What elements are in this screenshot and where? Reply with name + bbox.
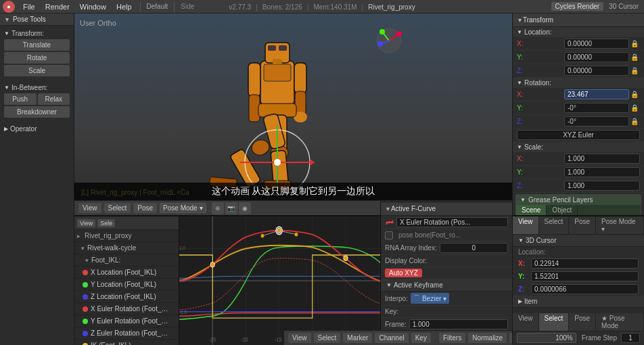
channel-item-3[interactable]: X Euler Rotation (Foot_IK...: [74, 303, 179, 315]
curve-key-btn[interactable]: Key: [411, 333, 431, 343]
fcurve-curve-label[interactable]: X Euler Rotation (Pos...: [396, 217, 508, 227]
normalize-btn[interactable]: Normalize: [468, 333, 507, 343]
channel-item-0[interactable]: X Location (Foot_IKL): [74, 267, 179, 279]
in-between-label: In-Between:: [12, 84, 47, 91]
channel-item-1[interactable]: Y Location (Foot_IKL): [74, 279, 179, 291]
rot-y-value[interactable]: -0°: [564, 103, 629, 113]
curve-walk-cycle[interactable]: ▾ Rivet-walk-cycle: [74, 242, 179, 254]
expand-arrow[interactable]: ▼: [517, 17, 523, 24]
gp-scene-tab[interactable]: Scene: [516, 205, 547, 215]
pose-mode-dropdown[interactable]: Pose Mode ▾: [160, 203, 206, 213]
item-section-header[interactable]: ▶ Item: [513, 296, 644, 308]
frame-value[interactable]: 1.000: [409, 319, 508, 329]
menu-file[interactable]: File: [18, 1, 40, 12]
relax-btn[interactable]: Relax: [38, 93, 70, 105]
rotation-section[interactable]: ▼ Rotation:: [513, 78, 644, 88]
channel-item-4[interactable]: Y Euler Rotation (Foot_IK...: [74, 315, 179, 327]
pose-mode-text: Pose Mode: [601, 218, 636, 225]
viewport-pose-btn[interactable]: Pose: [133, 203, 157, 213]
curve-marker-btn[interactable]: Marker: [343, 333, 372, 343]
menu-window[interactable]: Window: [75, 1, 111, 12]
cursor-y-value[interactable]: 1.52201: [531, 271, 639, 281]
rotate-btn[interactable]: Rotate: [4, 52, 70, 64]
fcurve-expand[interactable]: ▼: [385, 206, 391, 212]
lock-rz-icon[interactable]: 🔒: [629, 118, 640, 125]
lock-x-icon[interactable]: 🔒: [629, 40, 640, 47]
scale-y-value[interactable]: 1.000: [564, 167, 640, 177]
rot-mode-dropdown[interactable]: XYZ Euler: [517, 130, 640, 140]
render-select-tab[interactable]: Select: [539, 313, 570, 331]
lock-y-icon[interactable]: 🔒: [629, 53, 640, 61]
render-view-tab[interactable]: View: [513, 313, 539, 331]
cursor-z-value[interactable]: 0.0000066: [531, 284, 639, 294]
viewport-view-btn[interactable]: View: [78, 203, 101, 213]
channel-item-5[interactable]: Z Euler Rotation (Foot_IK...: [74, 327, 179, 340]
transform-header[interactable]: ▼ Transform:: [4, 28, 70, 39]
cursor-3d-section[interactable]: ▼ 3D Cursor: [513, 235, 644, 247]
location-section[interactable]: ▼ Location:: [513, 27, 644, 37]
menu-help[interactable]: Help: [112, 1, 137, 12]
auto-btn[interactable]: Auto: [509, 333, 512, 343]
curve-channel-btn[interactable]: Channel: [375, 333, 408, 343]
gp-title: Grease Pencil Layers: [528, 196, 593, 204]
select-tab[interactable]: Select: [539, 216, 570, 234]
viewport-select-btn[interactable]: Select: [104, 203, 131, 213]
bezier-dropdown[interactable]: ⌒ Bezier ▾: [411, 293, 449, 304]
curve-select-btn[interactable]: Select: [314, 333, 341, 343]
cursor-x-value[interactable]: 0.22914: [531, 258, 639, 269]
layout-label[interactable]: Default: [144, 3, 171, 10]
filters-btn[interactable]: Filters: [439, 333, 465, 343]
frame-step-value[interactable]: 1: [621, 333, 640, 343]
fcurve-checkbox[interactable]: [385, 231, 393, 239]
scale-z-value[interactable]: 1.000: [564, 181, 640, 191]
curve-object-entry[interactable]: ▸ Rivet_rig_proxy: [74, 230, 179, 242]
menu-render[interactable]: Render: [41, 1, 74, 12]
translate-btn[interactable]: Translate: [4, 39, 70, 51]
curve-view-btn[interactable]: View: [77, 219, 95, 227]
transform-icon[interactable]: ⊕: [212, 202, 224, 214]
svg-text:-25: -25: [209, 337, 216, 344]
cursor-expand-icon: ▼: [518, 237, 524, 244]
loc-x-value[interactable]: 0.00000: [564, 39, 629, 49]
curve-view-bottom-btn[interactable]: View: [288, 333, 311, 343]
view-tab[interactable]: View: [513, 216, 539, 234]
pose-mode-tab[interactable]: Pose Mode ▾: [596, 216, 644, 234]
lock-rx-icon[interactable]: 🔒: [629, 91, 640, 98]
operator-header[interactable]: ▶ Operator: [4, 124, 70, 134]
active-keyframe-title[interactable]: ▼ Active Keyframe: [381, 279, 512, 292]
auto-xyz-badge[interactable]: Auto XYZ: [385, 269, 422, 277]
rot-z-value[interactable]: -0°: [564, 116, 629, 127]
rot-x-value[interactable]: 23.467: [564, 89, 629, 99]
collapse-arrow[interactable]: ▼: [4, 16, 10, 23]
separator-text3: |: [362, 3, 364, 11]
scale-section[interactable]: ▼ Scale:: [513, 142, 644, 152]
foot-ikl-entry[interactable]: ▾ Foot_IKL:: [74, 254, 179, 267]
curve-sel-btn[interactable]: Sele: [97, 219, 115, 227]
lock-ry-icon[interactable]: 🔒: [629, 104, 640, 112]
loc-y-value[interactable]: 0.00000: [564, 52, 629, 62]
gp-object-tab[interactable]: Object: [547, 205, 578, 215]
channel-item-6[interactable]: IK (Foot_IKL): [74, 340, 179, 345]
rot-y-row: Y: -0° 🔒: [513, 101, 644, 115]
scale-btn[interactable]: Scale: [4, 65, 70, 76]
render-pose-tab[interactable]: Pose: [569, 313, 596, 331]
svg-text:-20: -20: [241, 337, 248, 344]
shading-icon[interactable]: ◉: [239, 202, 251, 214]
push-btn[interactable]: Push: [4, 93, 37, 105]
camera-icon[interactable]: 📷: [225, 202, 237, 214]
render-pct[interactable]: 100%: [517, 333, 576, 343]
array-value[interactable]: 0: [440, 243, 508, 253]
scale-x-value[interactable]: 1.000: [564, 154, 640, 164]
render-mode-tab[interactable]: ★ Pose Mode: [596, 313, 644, 331]
engine-badge[interactable]: Cycles Render: [551, 2, 604, 11]
loc-z-value[interactable]: 0.00000: [564, 66, 629, 76]
display-color-label: Display Color:: [385, 257, 427, 264]
frame-label-text: Frame:: [385, 321, 407, 328]
viewport-3d[interactable]: User Ortho: [74, 14, 512, 216]
channel-item-2[interactable]: Z Location (Foot_IKL): [74, 291, 179, 303]
in-between-header[interactable]: ▼ In-Between:: [4, 83, 70, 93]
pose-tab[interactable]: Pose: [569, 216, 596, 234]
breakdown-btn[interactable]: Breakdowner: [4, 106, 70, 118]
gp-header[interactable]: ▼ Grease Pencil Layers: [516, 195, 641, 205]
lock-z-icon[interactable]: 🔒: [629, 67, 640, 74]
